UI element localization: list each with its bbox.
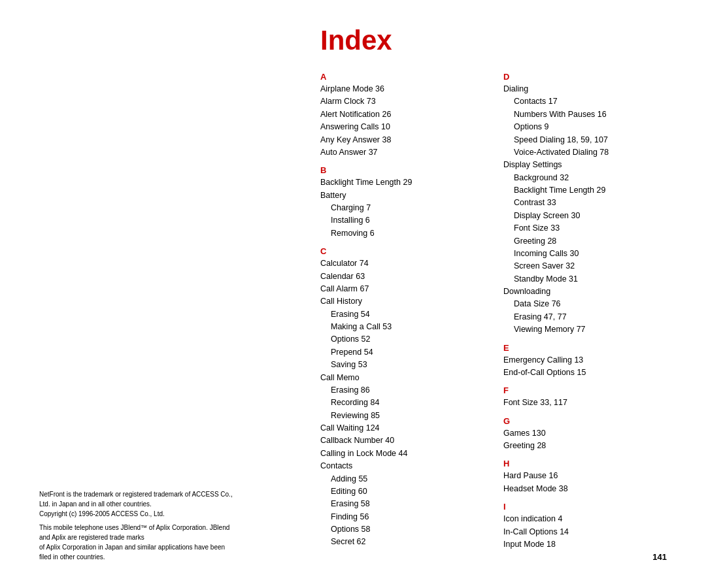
section-letter-f: F <box>503 385 673 395</box>
index-entry: Alert Notification 26 <box>320 108 490 121</box>
index-entry: Prepend 54 <box>320 346 490 359</box>
columns-wrapper: AAirplane Mode 36Alarm Clock 73Alert Not… <box>320 65 686 551</box>
index-entry: Screen Saver 32 <box>503 260 673 272</box>
index-entry: Contacts <box>320 460 490 472</box>
section-letter-c: C <box>320 246 490 256</box>
index-entry: Recording 84 <box>320 397 490 409</box>
index-entry: Auto Answer 37 <box>320 146 490 159</box>
index-entry: Options 58 <box>320 523 490 536</box>
page-container: Index AAirplane Mode 36Alarm Clock 73Ale… <box>0 0 706 588</box>
index-entry: Greeting 28 <box>503 235 673 248</box>
index-entry: Answering Calls 10 <box>320 121 490 133</box>
col2: DDialingContacts 17Numbers With Pauses 1… <box>503 65 686 551</box>
index-entry: Making a Call 53 <box>320 321 490 333</box>
index-entry: Incoming Calls 30 <box>503 248 673 260</box>
index-entry: Battery <box>320 189 490 202</box>
index-entry: Installing 6 <box>320 214 490 227</box>
index-entry: In-Call Options 14 <box>503 526 673 538</box>
index-entry: Secret 62 <box>320 536 490 548</box>
index-entry: Games 130 <box>503 427 673 440</box>
index-entry: Input Mode 18 <box>503 538 673 551</box>
index-entry: Background 32 <box>503 172 673 184</box>
index-entry: Data Size 76 <box>503 298 673 310</box>
index-entry: Hard Pause 16 <box>503 470 673 482</box>
index-entry: Contrast 33 <box>503 197 673 209</box>
index-entry: Contacts 17 <box>503 95 673 108</box>
index-entry: Alarm Clock 73 <box>320 95 490 108</box>
index-entry: Reviewing 85 <box>320 410 490 422</box>
index-entry: Icon indication 4 <box>503 513 673 525</box>
index-entry: Numbers With Pauses 16 <box>503 108 673 121</box>
index-entry: Headset Mode 38 <box>503 483 673 495</box>
index-entry: Call History <box>320 295 490 308</box>
section-letter-a: A <box>320 72 490 82</box>
index-entry: Charging 7 <box>320 202 490 214</box>
index-entry: Display Screen 30 <box>503 210 673 222</box>
index-entry: Viewing Memory 77 <box>503 323 673 336</box>
index-entry: Options 52 <box>320 333 490 346</box>
index-entry: Options 9 <box>503 121 673 133</box>
index-entry: Downloading <box>503 286 673 298</box>
index-entry: Standby Mode 31 <box>503 273 673 286</box>
col1: AAirplane Mode 36Alarm Clock 73Alert Not… <box>320 65 503 551</box>
footer-line2: Copyright (c) 1996-2005 ACCESS Co., Ltd. <box>39 509 235 519</box>
index-entry: Call Alarm 67 <box>320 283 490 295</box>
index-entry: Call Memo <box>320 372 490 384</box>
index-entry: Adding 55 <box>320 473 490 485</box>
index-title: Index <box>320 25 392 56</box>
index-entry: Erasing 86 <box>320 384 490 397</box>
index-entry: Font Size 33 <box>503 222 673 235</box>
index-entry: Erasing 54 <box>320 308 490 321</box>
index-entry: Call Waiting 124 <box>320 422 490 434</box>
section-letter-b: B <box>320 165 490 175</box>
section-letter-g: G <box>503 416 673 426</box>
index-entry: Font Size 33, 117 <box>503 397 673 409</box>
index-entry: End-of-Call Options 15 <box>503 367 673 379</box>
index-entry: Erasing 47, 77 <box>503 311 673 323</box>
index-entry: Voice-Activated Dialing 78 <box>503 146 673 159</box>
index-entry: Removing 6 <box>320 227 490 240</box>
section-letter-d: D <box>503 72 673 82</box>
index-entry: Backlight Time Length 29 <box>503 184 673 197</box>
section-letter-e: E <box>503 343 673 353</box>
index-entry: Saving 53 <box>320 359 490 371</box>
index-entry: Dialing <box>503 83 673 95</box>
index-entry: Calendar 63 <box>320 270 490 283</box>
index-entry: Backlight Time Length 29 <box>320 176 490 189</box>
footer-line4: This mobile telephone uses JBlend™ of Ap… <box>39 523 235 542</box>
index-entry: Finding 56 <box>320 511 490 523</box>
index-entry: Calling in Lock Mode 44 <box>320 448 490 460</box>
index-entry: Greeting 28 <box>503 440 673 452</box>
index-entry: Airplane Mode 36 <box>320 83 490 95</box>
section-letter-h: H <box>503 459 673 468</box>
footer: NetFront is the trademark or registered … <box>39 489 235 562</box>
index-entry: Display Settings <box>503 159 673 171</box>
index-entry: Editing 60 <box>320 485 490 498</box>
index-entry: Erasing 58 <box>320 498 490 510</box>
index-entry: Emergency Calling 13 <box>503 354 673 367</box>
page-number: 141 <box>652 552 667 562</box>
footer-line5: of Aplix Corporation in Japan and simila… <box>39 542 235 562</box>
index-entry: Callback Number 40 <box>320 434 490 447</box>
section-letter-i: I <box>503 502 673 512</box>
index-entry: Speed Dialing 18, 59, 107 <box>503 134 673 146</box>
footer-line1: NetFront is the trademark or registered … <box>39 489 235 509</box>
index-entry: Calculator 74 <box>320 257 490 270</box>
index-entry: Any Key Answer 38 <box>320 134 490 146</box>
